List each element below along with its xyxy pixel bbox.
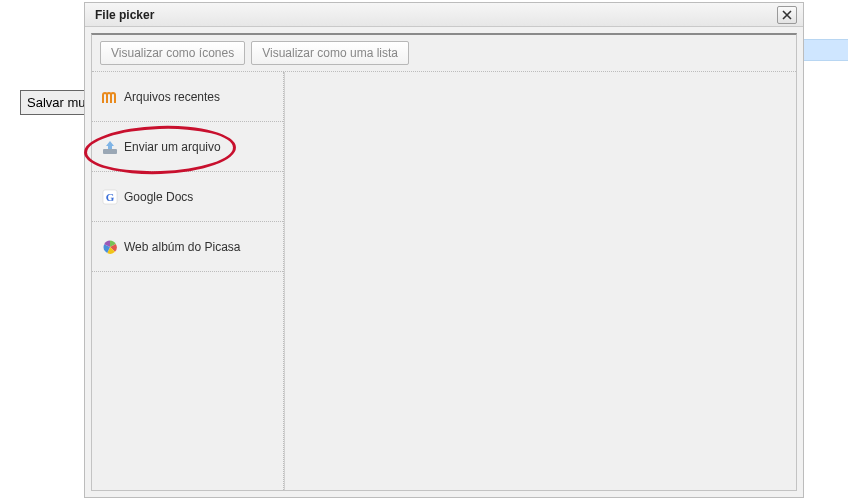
picasa-icon (102, 239, 118, 255)
google-icon: G (102, 189, 118, 205)
svg-text:G: G (106, 191, 115, 203)
svg-rect-0 (103, 149, 117, 154)
view-icons-button[interactable]: Visualizar como ícones (100, 41, 245, 65)
repo-recent-files[interactable]: Arquivos recentes (92, 72, 283, 122)
dialog-titlebar: File picker (85, 3, 803, 27)
repo-label: Google Docs (124, 190, 193, 204)
view-toolbar: Visualizar como ícones Visualizar como u… (92, 35, 796, 72)
repo-label: Enviar um arquivo (124, 140, 221, 154)
repo-google-docs[interactable]: G Google Docs (92, 172, 283, 222)
file-picker-dialog: File picker Visualizar como ícones Visua… (84, 2, 804, 498)
repo-picasa[interactable]: Web albúm do Picasa (92, 222, 283, 272)
dialog-body: Visualizar como ícones Visualizar como u… (85, 27, 803, 497)
background-stripe (804, 39, 848, 61)
repo-upload-file[interactable]: Enviar um arquivo (92, 122, 283, 172)
view-list-button[interactable]: Visualizar como uma lista (251, 41, 409, 65)
repo-label: Web albúm do Picasa (124, 240, 241, 254)
repo-label: Arquivos recentes (124, 90, 220, 104)
dialog-title: File picker (95, 8, 154, 22)
close-icon (782, 10, 792, 20)
dialog-frame: Visualizar como ícones Visualizar como u… (91, 33, 797, 491)
moodle-icon (102, 89, 118, 105)
dialog-content: Arquivos recentes Enviar um arquivo (92, 72, 796, 490)
close-button[interactable] (777, 6, 797, 24)
file-listing-pane (284, 72, 796, 490)
upload-icon (102, 139, 118, 155)
repository-sidebar: Arquivos recentes Enviar um arquivo (92, 72, 284, 490)
